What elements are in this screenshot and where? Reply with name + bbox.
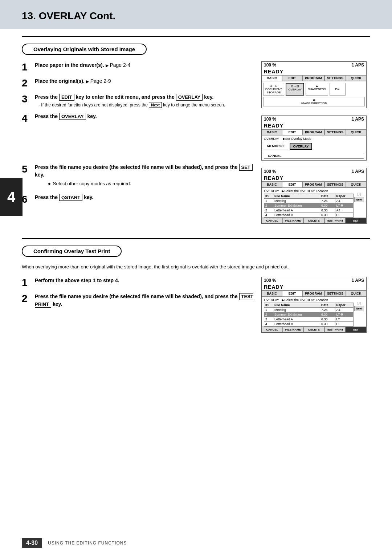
step-6: 6 Press the ◇START key. [22,194,254,204]
screen2-set-text: ▶Set Overlay Mode [283,137,311,141]
step-4: 4 Press the OVERLAY key. [22,113,254,123]
page-header: 13. OVERLAY Cont. [0,0,392,29]
table-row: 2 Summer Exhibition 6.30 LT-R [264,312,354,317]
screen4-ready: READY [262,284,366,290]
steps-left: 1 Place paper in the drawer(s). Page 2-4… [22,61,261,227]
set-btn: SET [345,218,366,223]
screen3-aps: 1 APS [352,169,364,174]
tab-quick4: QUICK [346,291,366,296]
tab-basic: BASIC [262,75,282,81]
table-row: 4 Letterhead B 6.30 LT [264,213,354,218]
screen1-status: 100 % [264,62,276,68]
delete-btn: DELETE [303,218,324,223]
tab-settings3: SETTINGS [324,182,346,187]
page-title: 13. OVERLAY Cont. [22,10,370,22]
step5-bullet: Select other copy modes as required. [48,181,254,186]
cancel-btn: CANCEL [264,153,364,159]
next-button[interactable]: Next [354,197,364,202]
start-key: ◇START [59,194,82,201]
screen4-overlay: OVERLAY ▶Select the OVERLAY Location [264,298,364,302]
step1-text: Place paper in the drawer(s). [35,62,104,68]
page-count4: 1/6 [357,302,361,305]
set-key: SET [239,164,253,171]
tab-quick3: QUICK [346,182,366,187]
screens-right: 100 % 1 APS READY BASIC EDIT PROGRAM SET… [261,61,370,227]
section2-label: Confirming Overlay Test Print [22,246,122,257]
screen2-aps: 1 APS [352,117,364,122]
filename-btn: FILE NAME [283,218,304,223]
screen2-body: OVERLAY ▶Set Overlay Mode MEMORIZE OVERL… [262,135,366,160]
screen4-bottom: CANCEL FILE NAME DELETE TEST PRINT SET [262,327,366,332]
tab-edit: EDIT [282,75,302,81]
main-content: Overlaying Originals with Stored Image 1… [0,36,392,351]
step-2: 2 Place the original(s). Page 2-9 [22,77,254,88]
section2-step2: 2 Press the file name you desire (the se… [22,293,254,308]
table-row: 3 Letterhead A 6.30 LT [264,317,354,321]
tab-settings4: SETTINGS [324,291,346,296]
chapter-number: 4 [0,178,23,216]
section2-left: 1 Perform the above step 1 to step 4. 2 … [22,277,261,336]
overlay-key2: OVERLAY [59,113,86,120]
tab-settings2: SETTINGS [324,129,346,135]
file-table4: ID File Name Date Paper 1 Me [264,303,354,327]
sec2-step1-text: Perform the above step 1 to step 4. [35,278,119,283]
screen1-aps: 1 APS [352,62,364,68]
screen2-ready: READY [262,122,366,129]
screen2-tabs: BASIC EDIT PROGRAM SETTINGS QUICK [262,129,366,135]
section2-desc: When overlaying more than one original w… [22,263,370,271]
step-3: 3 Press the EDIT key to enter the edit m… [22,93,254,108]
testprint-key: TEST PRINT [35,293,253,308]
tab-edit4: EDIT [282,291,302,296]
section2-screen: 100 % 1 APS READY BASIC EDIT PROGRAM SET… [261,277,370,336]
screen3-bottom: CANCEL FILE NAME DELETE TEST PRINT SET [262,218,366,223]
step-5: 5 Press the file name you desire (the se… [22,163,254,189]
tab-quick: QUICK [346,75,366,81]
edit-key: EDIT [59,94,74,101]
overlay-key: OVERLAY [176,94,203,101]
section2-steps-container: 1 Perform the above step 1 to step 4. 2 … [22,277,370,336]
tab-edit3: EDIT [282,182,302,187]
step-1: 1 Place paper in the drawer(s). Page 2-4 [22,61,254,72]
screen3: 100 % 1 APS READY BASIC EDIT PROGRAM SET… [261,168,367,224]
page-count: 1/6 [357,193,361,196]
section1-steps-container: 1 Place paper in the drawer(s). Page 2-4… [22,61,370,227]
sharpness-icon: ▲ SHARPNESS [306,83,328,96]
table-row: 3 Letterhead A 6.30 A4 [264,208,354,213]
screen2-status: 100 % [264,117,276,122]
step3-subnote: - If the desired function keys are not d… [38,102,254,108]
tab-basic3: BASIC [262,182,282,187]
screen3-ready: READY [262,175,366,181]
file-table: ID File Name Date Paper 1 Meeting [264,194,354,218]
screen2: 100 % 1 APS READY BASIC EDIT PROGRAM SET… [261,116,367,161]
tab-basic4: BASIC [262,291,282,296]
tab-quick2: QUICK [346,129,366,135]
screen1-tabs: BASIC EDIT PROGRAM SETTINGS QUICK [262,75,366,81]
footer-text: USING THE EDITING FUNCTIONS [48,540,127,546]
table-row: 1 Meeting 7.25 A4 [264,307,354,312]
screen1: 100 % 1 APS READY BASIC EDIT PROGRAM SET… [261,61,367,108]
table-row: 4 Letterhead B 6.30 LT [264,321,354,326]
memorize-btn: MEMORIZE [264,143,288,150]
page-number: 4-30 [22,538,42,548]
testprint4-btn: TEST PRINT [324,327,346,332]
screen4-status: 100 % [264,278,276,283]
tab-program: PROGRAM [302,75,324,81]
table-row: 2 Summer Exhibition 6.30 LT-R [264,203,354,208]
delete4-btn: DELETE [303,327,324,332]
section-divider [22,36,370,37]
overlay-icon: ⊟→⊟ OVERLAY [286,83,304,96]
tab-program4: PROGRAM [302,291,324,296]
set4-btn: SET [345,327,366,332]
tab-settings: SETTINGS [324,75,346,81]
tab-edit2: EDIT [282,129,302,135]
screen4: 100 % 1 APS READY BASIC EDIT PROGRAM SET… [261,277,367,333]
screen4-aps: 1 APS [352,278,364,283]
image-direction-icon: ⇄ IMAGE DIRECTION [263,97,365,106]
table-row: 1 Meeting 7.25 A4 [264,199,354,203]
next-button4[interactable]: Next [354,306,364,311]
doc-storage-icon: ⊞→⊟ DOCUMENTSTORAGE [263,83,284,96]
step2-pageref: Page 2-9 [90,78,111,84]
filename4-btn: FILE NAME [283,327,304,332]
section2: Confirming Overlay Test Print When overl… [22,238,370,336]
tab-program3: PROGRAM [302,182,324,187]
